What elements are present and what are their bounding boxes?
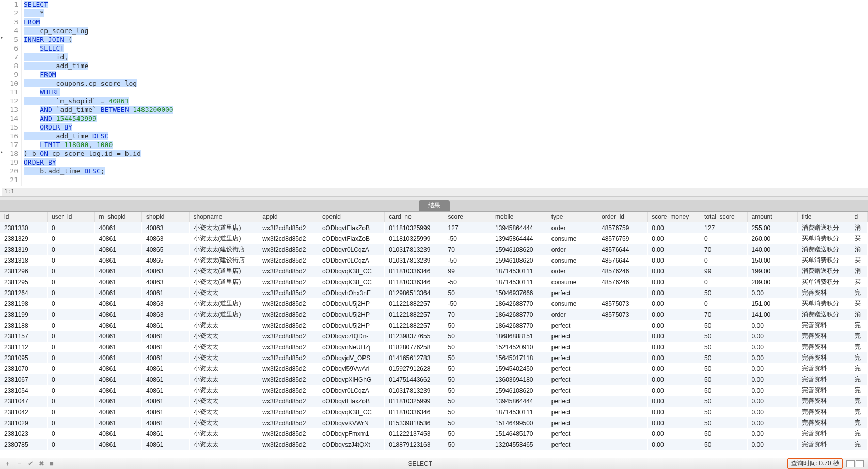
table-row[interactable]: 238126404086140861小资太太wx3f2cd8d85d2oODbq… — [0, 287, 868, 298]
table-cell[interactable]: 40861 — [142, 331, 190, 342]
table-cell[interactable]: 50 — [700, 352, 748, 363]
table-cell[interactable]: 50 — [700, 342, 748, 352]
table-cell[interactable]: 小资太太 — [189, 385, 258, 396]
table-cell[interactable]: 40861 — [94, 417, 142, 428]
table-cell[interactable]: 0 — [48, 320, 95, 331]
table-cell[interactable]: 48575073 — [597, 298, 647, 309]
column-header[interactable]: id — [0, 212, 48, 222]
table-cell[interactable]: -50 — [444, 233, 491, 244]
table-cell[interactable]: 0 — [48, 298, 95, 309]
table-cell[interactable]: 40861 — [94, 439, 142, 450]
table-cell[interactable]: 50 — [700, 428, 748, 439]
table-cell[interactable]: perfect — [547, 320, 597, 331]
table-cell[interactable]: 40861 — [94, 287, 142, 298]
column-header[interactable]: type — [547, 212, 597, 222]
table-cell[interactable]: oODbqvqK38_CC — [318, 266, 384, 277]
table-cell[interactable] — [597, 428, 647, 439]
table-cell[interactable]: consume — [547, 298, 597, 309]
table-cell[interactable]: 0.00 — [747, 287, 797, 298]
table-cell[interactable]: 小资太太(道里店) — [189, 298, 258, 309]
table-cell[interactable]: 0 — [48, 363, 95, 374]
table-cell[interactable]: 48576246 — [597, 266, 647, 277]
table-cell[interactable]: perfect — [547, 352, 597, 363]
table-cell[interactable]: 完善资料 — [797, 320, 850, 331]
table-row[interactable]: 238115704086140861小资太太wx3f2cd8d85d2oODbq… — [0, 331, 868, 342]
table-cell[interactable] — [597, 396, 647, 407]
table-cell[interactable]: 011221882257 — [385, 298, 444, 309]
table-cell[interactable]: 0 — [48, 244, 95, 255]
table-cell[interactable]: 40861 — [142, 439, 190, 450]
table-cell[interactable]: 2381319 — [0, 244, 48, 255]
table-cell[interactable]: oODbqvszJ4tQXt — [318, 439, 384, 450]
table-cell[interactable]: 2381157 — [0, 331, 48, 342]
table-cell[interactable]: 50 — [444, 428, 491, 439]
table-row[interactable]: 238118804086140861小资太太wx3f2cd8d85d2oODbq… — [0, 320, 868, 331]
table-cell[interactable]: order — [547, 266, 597, 277]
table-cell[interactable]: 消费赠送积分 — [797, 244, 850, 255]
table-cell[interactable]: 40865 — [142, 244, 190, 255]
table-cell[interactable]: 48575073 — [597, 309, 647, 320]
table-cell[interactable]: 2381330 — [0, 222, 48, 234]
table-cell[interactable]: wx3f2cd8d85d2 — [258, 439, 318, 450]
table-cell[interactable]: 完 — [850, 363, 867, 374]
form-view-icon[interactable] — [856, 460, 864, 467]
table-row[interactable]: 238106704086140861小资太太wx3f2cd8d85d2oODbq… — [0, 374, 868, 385]
table-cell[interactable]: 199.00 — [747, 266, 797, 277]
table-cell[interactable]: 小资太太(道里店) — [189, 266, 258, 277]
table-cell[interactable]: 0.00 — [747, 428, 797, 439]
column-header[interactable]: amount — [747, 212, 797, 222]
table-cell[interactable]: 0.00 — [648, 244, 700, 255]
table-cell[interactable]: 0.00 — [648, 417, 700, 428]
table-cell[interactable]: 2380785 — [0, 439, 48, 450]
table-cell[interactable]: 2381296 — [0, 266, 48, 277]
table-cell[interactable]: 18714530111 — [491, 407, 547, 417]
table-cell[interactable]: 消费赠送积分 — [797, 266, 850, 277]
table-cell[interactable]: 15946108620 — [491, 244, 547, 255]
table-cell[interactable]: 0.00 — [648, 255, 700, 266]
column-header[interactable]: score — [444, 212, 491, 222]
table-cell[interactable]: 0 — [700, 255, 748, 266]
table-cell[interactable]: 完 — [850, 385, 867, 396]
table-cell[interactable]: 011810325999 — [385, 396, 444, 407]
table-cell[interactable]: perfect — [547, 385, 597, 396]
table-cell[interactable]: 0.00 — [648, 277, 700, 287]
table-cell[interactable]: 0.00 — [648, 266, 700, 277]
table-cell[interactable]: 011222137453 — [385, 428, 444, 439]
table-cell[interactable]: 完善资料 — [797, 396, 850, 407]
table-cell[interactable]: 2381199 — [0, 309, 48, 320]
table-cell[interactable]: order — [547, 222, 597, 234]
table-cell[interactable]: -50 — [444, 298, 491, 309]
table-cell[interactable]: 40861 — [94, 342, 142, 352]
table-cell[interactable]: perfect — [547, 407, 597, 417]
table-cell[interactable]: oODbqvnNeUHZj — [318, 342, 384, 352]
table-row[interactable]: 238102904086140861小资太太wx3f2cd8d85d2oODbq… — [0, 417, 868, 428]
table-cell[interactable]: 209.00 — [747, 277, 797, 287]
table-cell[interactable]: 买 — [850, 255, 867, 266]
table-cell[interactable]: 40861 — [94, 309, 142, 320]
table-cell[interactable]: 0.00 — [747, 407, 797, 417]
table-cell[interactable]: 40861 — [142, 320, 190, 331]
table-cell[interactable]: order — [547, 244, 597, 255]
table-cell[interactable]: 48576644 — [597, 255, 647, 266]
table-cell[interactable]: 0 — [48, 374, 95, 385]
table-cell[interactable]: 买单消费积分 — [797, 298, 850, 309]
table-cell[interactable]: 70 — [700, 244, 748, 255]
table-cell[interactable]: wx3f2cd8d85d2 — [258, 396, 318, 407]
result-tab[interactable]: 结果 — [419, 200, 450, 211]
table-cell[interactable]: 40861 — [94, 352, 142, 363]
table-cell[interactable]: 18642688770 — [491, 298, 547, 309]
table-cell[interactable]: order — [547, 309, 597, 320]
table-cell[interactable]: 小资太太 — [189, 342, 258, 352]
table-row[interactable]: 238105404086140861小资太太wx3f2cd8d85d2oODbq… — [0, 385, 868, 396]
table-cell[interactable]: 2381047 — [0, 396, 48, 407]
table-cell[interactable]: 0.00 — [648, 342, 700, 352]
table-cell[interactable]: 50 — [700, 439, 748, 450]
table-cell[interactable]: 0 — [700, 277, 748, 287]
table-cell[interactable]: 015927912628 — [385, 363, 444, 374]
table-cell[interactable]: wx3f2cd8d85d2 — [258, 407, 318, 417]
table-cell[interactable]: 15645017118 — [491, 352, 547, 363]
table-cell[interactable]: perfect — [547, 287, 597, 298]
table-cell[interactable]: 小资太太 — [189, 439, 258, 450]
fold-expand-icon[interactable]: ▾ — [0, 35, 4, 40]
table-cell[interactable]: 40861 — [94, 385, 142, 396]
